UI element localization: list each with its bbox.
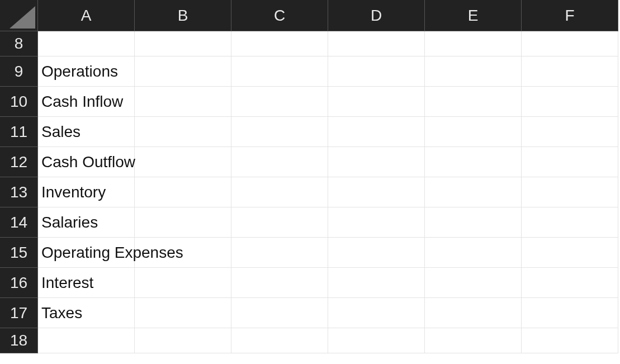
cell-C8[interactable] xyxy=(231,31,328,56)
cell-D15[interactable] xyxy=(328,238,425,268)
cell-B17[interactable] xyxy=(135,298,231,328)
cell-B18[interactable] xyxy=(135,328,231,353)
cell-C18[interactable] xyxy=(231,328,328,353)
cell-E13[interactable] xyxy=(425,177,522,207)
cell-D11[interactable] xyxy=(328,117,425,147)
cell-F15[interactable] xyxy=(522,238,618,268)
row-header-17[interactable]: 17 xyxy=(0,298,38,328)
cell-D16[interactable] xyxy=(328,268,425,298)
cell-D12[interactable] xyxy=(328,147,425,177)
cell-D18[interactable] xyxy=(328,328,425,353)
row-header-11[interactable]: 11 xyxy=(0,117,38,147)
cell-B9[interactable] xyxy=(135,56,231,87)
cell-A18[interactable] xyxy=(38,328,135,353)
cell-A8[interactable] xyxy=(38,31,135,56)
cell-E10[interactable] xyxy=(425,87,522,117)
cell-C14[interactable] xyxy=(231,207,328,238)
cell-D9[interactable] xyxy=(328,56,425,87)
row-header-8[interactable]: 8 xyxy=(0,31,38,56)
row-header-16[interactable]: 16 xyxy=(0,268,38,298)
cell-F13[interactable] xyxy=(522,177,618,207)
cell-C12[interactable] xyxy=(231,147,328,177)
column-header-C[interactable]: C xyxy=(231,0,328,31)
cell-A9[interactable]: Operations xyxy=(38,56,135,87)
column-header-D[interactable]: D xyxy=(328,0,425,31)
row-header-18[interactable]: 18 xyxy=(0,328,38,353)
cell-E8[interactable] xyxy=(425,31,522,56)
cell-B10[interactable] xyxy=(135,87,231,117)
select-all-corner[interactable] xyxy=(0,0,38,31)
cell-F18[interactable] xyxy=(522,328,618,353)
cell-D10[interactable] xyxy=(328,87,425,117)
cell-E18[interactable] xyxy=(425,328,522,353)
cell-A10[interactable]: Cash Inflow xyxy=(38,87,135,117)
cell-C16[interactable] xyxy=(231,268,328,298)
cell-C17[interactable] xyxy=(231,298,328,328)
cell-A17[interactable]: Taxes xyxy=(38,298,135,328)
cell-F17[interactable] xyxy=(522,298,618,328)
cell-C9[interactable] xyxy=(231,56,328,87)
column-header-E[interactable]: E xyxy=(425,0,522,31)
cell-F16[interactable] xyxy=(522,268,618,298)
cell-B12[interactable] xyxy=(135,147,231,177)
cell-F14[interactable] xyxy=(522,207,618,238)
row-header-14[interactable]: 14 xyxy=(0,207,38,238)
cell-A16[interactable]: Interest xyxy=(38,268,135,298)
cell-D14[interactable] xyxy=(328,207,425,238)
cell-A14[interactable]: Salaries xyxy=(38,207,135,238)
cell-E11[interactable] xyxy=(425,117,522,147)
cell-F10[interactable] xyxy=(522,87,618,117)
cell-F12[interactable] xyxy=(522,147,618,177)
column-header-A[interactable]: A xyxy=(38,0,135,31)
row-header-12[interactable]: 12 xyxy=(0,147,38,177)
cell-A13[interactable]: Inventory xyxy=(38,177,135,207)
row-header-9[interactable]: 9 xyxy=(0,56,38,87)
column-header-F[interactable]: F xyxy=(522,0,618,31)
cell-C13[interactable] xyxy=(231,177,328,207)
cell-A12[interactable]: Cash Outflow xyxy=(38,147,135,177)
cell-F9[interactable] xyxy=(522,56,618,87)
cell-A11[interactable]: Sales xyxy=(38,117,135,147)
cell-B14[interactable] xyxy=(135,207,231,238)
cell-E12[interactable] xyxy=(425,147,522,177)
cell-B13[interactable] xyxy=(135,177,231,207)
cell-D17[interactable] xyxy=(328,298,425,328)
cell-D8[interactable] xyxy=(328,31,425,56)
cell-F8[interactable] xyxy=(522,31,618,56)
cell-B16[interactable] xyxy=(135,268,231,298)
column-header-B[interactable]: B xyxy=(135,0,231,31)
cell-C10[interactable] xyxy=(231,87,328,117)
cell-E14[interactable] xyxy=(425,207,522,238)
cell-C15[interactable] xyxy=(231,238,328,268)
cell-A15[interactable]: Operating Expenses xyxy=(38,238,135,268)
cell-C11[interactable] xyxy=(231,117,328,147)
cell-B11[interactable] xyxy=(135,117,231,147)
cell-D13[interactable] xyxy=(328,177,425,207)
cell-E16[interactable] xyxy=(425,268,522,298)
cell-E15[interactable] xyxy=(425,238,522,268)
cell-E17[interactable] xyxy=(425,298,522,328)
row-header-13[interactable]: 13 xyxy=(0,177,38,207)
cell-E9[interactable] xyxy=(425,56,522,87)
row-header-15[interactable]: 15 xyxy=(0,238,38,268)
cell-B8[interactable] xyxy=(135,31,231,56)
row-header-10[interactable]: 10 xyxy=(0,87,38,117)
cell-F11[interactable] xyxy=(522,117,618,147)
